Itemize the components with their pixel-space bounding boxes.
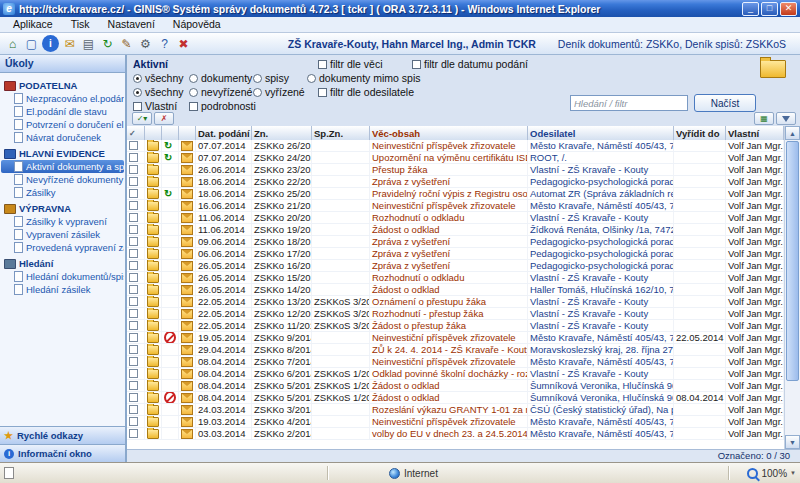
checkbox-own[interactable]: Vlastní xyxy=(133,100,177,112)
info-icon[interactable]: i xyxy=(42,35,59,52)
scroll-down-button[interactable]: ▼ xyxy=(785,435,800,449)
row-checkbox[interactable] xyxy=(129,405,138,414)
row-checkbox[interactable] xyxy=(129,249,138,258)
checkbox-filter-subject[interactable]: filtr dle věci xyxy=(318,58,383,70)
menu-item-3[interactable]: Nápověda xyxy=(164,17,230,32)
sidebar-item[interactable]: Návrat doručenek xyxy=(1,131,124,144)
select-all-button[interactable]: ✓▾ xyxy=(132,112,152,125)
row-checkbox[interactable] xyxy=(129,333,138,342)
table-row[interactable]: 06.06.2014ZSKKo 17/2014Zpráva z vyšetřen… xyxy=(127,248,784,260)
col-odesilatel[interactable]: Odesilatel xyxy=(528,126,674,140)
row-checkbox[interactable] xyxy=(129,345,138,354)
radio-state-all[interactable]: všechny xyxy=(133,86,184,98)
sidebar-group-2[interactable]: VÝPRAVNA xyxy=(1,202,124,215)
menu-item-1[interactable]: Tisk xyxy=(62,17,99,32)
col-select[interactable]: ✓ xyxy=(127,126,145,140)
sidebar-item[interactable]: Hledání dokumentů/spisů xyxy=(1,270,124,283)
col-delivery[interactable] xyxy=(179,126,196,140)
row-checkbox[interactable] xyxy=(129,393,138,402)
table-row[interactable]: 22.05.2014ZSKKo 12/2014ZSKKoS 3/2014Rozh… xyxy=(127,308,784,320)
home-icon[interactable]: ⌂ xyxy=(4,35,21,52)
table-row[interactable]: 11.06.2014ZSKKo 20/2014Rozhodnutí o odkl… xyxy=(127,212,784,224)
col-vlastni[interactable]: Vlastní xyxy=(726,126,784,140)
row-checkbox[interactable] xyxy=(129,237,138,246)
col-vyridit-do[interactable]: Vyřídit do xyxy=(674,126,726,140)
row-checkbox[interactable] xyxy=(129,261,138,270)
radio-type-all[interactable]: všechny xyxy=(133,72,184,84)
row-checkbox[interactable] xyxy=(129,153,138,162)
checkbox-filter-date[interactable]: filtr dle datumu podání xyxy=(412,58,528,70)
filter-button[interactable] xyxy=(776,112,796,125)
table-row[interactable]: 09.06.2014ZSKKo 18/2014Zpráva z vyšetřen… xyxy=(127,236,784,248)
row-checkbox[interactable] xyxy=(129,285,138,294)
row-checkbox[interactable] xyxy=(129,357,138,366)
table-row[interactable]: 11.06.2014ZSKKo 19/2014Žádost o odkladŽí… xyxy=(127,224,784,236)
table-row[interactable]: 19.03.2014ZSKKo 4/2014Neinvestiční přísp… xyxy=(127,416,784,428)
vertical-scrollbar[interactable]: ▲ ▼ xyxy=(784,126,800,449)
radio-type-documents[interactable]: dokumenty xyxy=(189,72,252,84)
refresh-icon[interactable]: ↻ xyxy=(99,35,116,52)
table-row[interactable]: 19.05.2014ZSKKo 9/2014Neinvestiční přísp… xyxy=(127,332,784,344)
search-input[interactable] xyxy=(570,95,688,111)
table-row[interactable]: 08.04.2014ZSKKo 5/2014ZSKKoS 1/2014Žádos… xyxy=(127,392,784,404)
sidebar-item[interactable]: Provedená vypravení zásilek xyxy=(1,241,124,254)
row-checkbox[interactable] xyxy=(129,369,138,378)
sidebar-item[interactable]: Potvrzení o doručení el.podání xyxy=(1,118,124,131)
mail-icon[interactable]: ✉ xyxy=(61,35,78,52)
table-row[interactable]: 26.05.2014ZSKKo 16/2014Zpráva z vyšetřen… xyxy=(127,260,784,272)
table-row[interactable]: ↻18.06.2014ZSKKo 25/2014Pravidelný roční… xyxy=(127,188,784,200)
row-checkbox[interactable] xyxy=(129,417,138,426)
open-folder-button[interactable] xyxy=(760,60,786,78)
row-checkbox[interactable] xyxy=(129,165,138,174)
row-checkbox[interactable] xyxy=(129,225,138,234)
col-zn[interactable]: Zn. xyxy=(252,126,312,140)
row-checkbox[interactable] xyxy=(129,141,138,150)
table-row[interactable]: 08.04.2014ZSKKo 5/2014ZSKKoS 1/2014Žádos… xyxy=(127,380,784,392)
settings-icon[interactable]: ⚙ xyxy=(137,35,154,52)
column-settings-button[interactable]: ▦ xyxy=(754,112,774,125)
table-row[interactable]: 08.04.2014ZSKKo 6/2014ZSKKoS 1/2014Odkla… xyxy=(127,368,784,380)
table-row[interactable]: ↻07.07.2014ZSKKo 24/2014Upozornění na vý… xyxy=(127,152,784,164)
menu-item-2[interactable]: Nastavení xyxy=(99,17,164,32)
quick-links-bar[interactable]: ★ Rychlé odkazy xyxy=(0,426,125,444)
edit-icon[interactable]: ✎ xyxy=(118,35,135,52)
table-row[interactable]: 16.06.2014ZSKKo 21/2014Neinvestiční přís… xyxy=(127,200,784,212)
col-vec-obsah[interactable]: Věc-obsah xyxy=(370,126,528,140)
scroll-up-button[interactable]: ▲ xyxy=(785,126,800,140)
checkbox-details[interactable]: podrobnosti xyxy=(189,100,256,112)
table-row[interactable]: ↻07.07.2014ZSKKo 26/2014Neinvestiční pří… xyxy=(127,140,784,152)
zoom-control[interactable]: 100% ▼ xyxy=(732,468,796,479)
maximize-button[interactable]: □ xyxy=(761,2,778,16)
table-row[interactable]: 18.06.2014ZSKKo 22/2014Zpráva z vyšetřen… xyxy=(127,176,784,188)
table-row[interactable]: 26.05.2014ZSKKo 14/2014Žádost o odkladHa… xyxy=(127,284,784,296)
row-checkbox[interactable] xyxy=(129,189,138,198)
table-row[interactable]: 24.03.2014ZSKKo 3/2014Rozeslání výkazu G… xyxy=(127,404,784,416)
table-row[interactable]: 29.04.2014ZSKKo 8/2014ZŮ k 24. 4. 2014 -… xyxy=(127,344,784,356)
sidebar-item[interactable]: Hledání zásilek xyxy=(1,283,124,296)
sidebar-item[interactable]: Zásilky xyxy=(1,186,124,199)
scroll-thumb[interactable] xyxy=(786,141,799,381)
table-row[interactable]: 26.05.2014ZSKKo 15/2014Rozhodnutí o odkl… xyxy=(127,272,784,284)
radio-state-unresolved[interactable]: nevyřízené xyxy=(189,86,252,98)
row-checkbox[interactable] xyxy=(129,213,138,222)
print-icon[interactable]: ▤ xyxy=(80,35,97,52)
sidebar-item[interactable]: Nevyřízené dokumenty a spisy xyxy=(1,173,124,186)
menu-item-0[interactable]: Aplikace xyxy=(4,17,62,32)
sidebar-item[interactable]: Aktivní dokumenty a spisy xyxy=(1,160,124,173)
row-checkbox[interactable] xyxy=(129,273,138,282)
help-icon[interactable]: ? xyxy=(156,35,173,52)
col-status[interactable] xyxy=(162,126,179,140)
sidebar-group-3[interactable]: Hledání xyxy=(1,257,124,270)
table-row[interactable]: 26.06.2014ZSKKo 23/2014Přestup žákaVlast… xyxy=(127,164,784,176)
checkbox-filter-sender[interactable]: filtr dle odesilatele xyxy=(318,86,414,98)
table-row[interactable]: 22.05.2014ZSKKo 11/2014ZSKKoS 3/2014Žádo… xyxy=(127,320,784,332)
col-dat-podani[interactable]: Dat. podání▼ xyxy=(196,126,252,140)
sidebar-item[interactable]: Nezpracováno el.podání xyxy=(1,92,124,105)
row-checkbox[interactable] xyxy=(129,309,138,318)
row-checkbox[interactable] xyxy=(129,429,138,438)
row-checkbox[interactable] xyxy=(129,381,138,390)
deselect-all-button[interactable]: ✗ xyxy=(154,112,174,125)
sidebar-item[interactable]: Zásilky k vypravení xyxy=(1,215,124,228)
info-window-bar[interactable]: i Informační okno xyxy=(0,444,125,462)
minimize-button[interactable]: _ xyxy=(742,2,759,16)
